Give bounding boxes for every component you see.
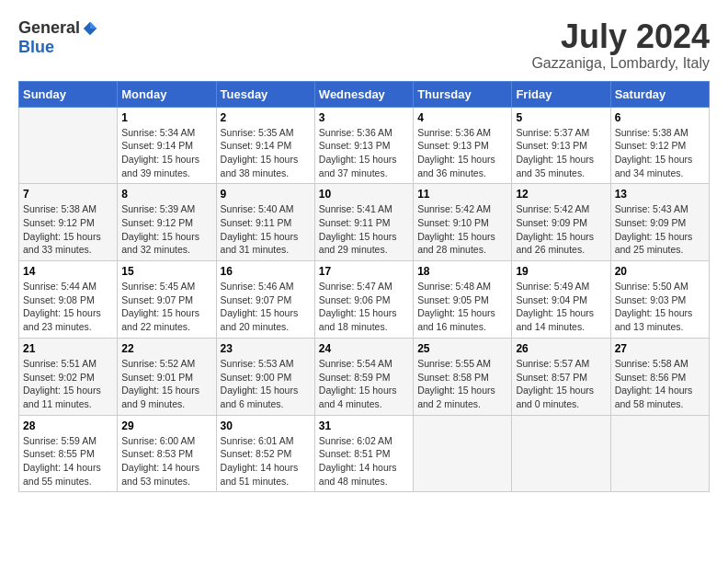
cell-info: Sunrise: 5:40 AM Sunset: 9:11 PM Dayligh…	[221, 202, 311, 257]
day-number: 16	[221, 265, 311, 278]
calendar-cell: 2Sunrise: 5:35 AM Sunset: 9:14 PM Daylig…	[216, 107, 314, 184]
calendar-cell: 22Sunrise: 5:52 AM Sunset: 9:01 PM Dayli…	[118, 338, 216, 415]
calendar-cell: 1Sunrise: 5:34 AM Sunset: 9:14 PM Daylig…	[118, 107, 216, 184]
calendar-cell: 15Sunrise: 5:45 AM Sunset: 9:07 PM Dayli…	[118, 261, 216, 339]
day-number: 18	[417, 265, 507, 278]
calendar-cell: 7Sunrise: 5:38 AM Sunset: 9:12 PM Daylig…	[19, 184, 118, 261]
day-number: 7	[23, 188, 113, 201]
cell-info: Sunrise: 5:38 AM Sunset: 9:12 PM Dayligh…	[23, 202, 113, 257]
calendar-cell: 8Sunrise: 5:39 AM Sunset: 9:12 PM Daylig…	[118, 184, 216, 261]
calendar-cell: 13Sunrise: 5:43 AM Sunset: 9:09 PM Dayli…	[610, 184, 709, 261]
day-number: 29	[121, 419, 211, 432]
calendar-cell: 25Sunrise: 5:55 AM Sunset: 8:58 PM Dayli…	[414, 338, 512, 415]
column-header-thursday: Thursday	[414, 81, 512, 107]
calendar-cell: 6Sunrise: 5:38 AM Sunset: 9:12 PM Daylig…	[610, 107, 709, 184]
column-header-sunday: Sunday	[19, 81, 118, 107]
calendar-cell: 24Sunrise: 5:54 AM Sunset: 8:59 PM Dayli…	[314, 338, 413, 415]
page-header: General Blue July 2024 Gazzaniga, Lombar…	[18, 18, 710, 72]
day-number: 11	[417, 188, 507, 201]
day-number: 25	[417, 342, 507, 355]
svg-marker-1	[90, 21, 97, 28]
cell-info: Sunrise: 5:37 AM Sunset: 9:13 PM Dayligh…	[516, 126, 606, 180]
day-number: 31	[319, 419, 409, 432]
calendar-cell: 11Sunrise: 5:42 AM Sunset: 9:10 PM Dayli…	[414, 184, 512, 261]
cell-info: Sunrise: 5:51 AM Sunset: 9:02 PM Dayligh…	[23, 357, 113, 411]
day-number: 30	[221, 419, 311, 432]
week-row-3: 14Sunrise: 5:44 AM Sunset: 9:08 PM Dayli…	[19, 261, 710, 339]
day-number: 4	[417, 111, 507, 124]
column-header-wednesday: Wednesday	[314, 81, 413, 107]
calendar-cell: 17Sunrise: 5:47 AM Sunset: 9:06 PM Dayli…	[314, 261, 413, 339]
cell-info: Sunrise: 5:34 AM Sunset: 9:14 PM Dayligh…	[121, 126, 211, 180]
cell-info: Sunrise: 5:55 AM Sunset: 8:58 PM Dayligh…	[417, 357, 507, 411]
day-number: 28	[23, 419, 113, 432]
day-number: 20	[615, 265, 705, 278]
calendar-cell: 26Sunrise: 5:57 AM Sunset: 8:57 PM Dayli…	[512, 338, 610, 415]
cell-info: Sunrise: 5:44 AM Sunset: 9:08 PM Dayligh…	[23, 280, 113, 334]
cell-info: Sunrise: 6:00 AM Sunset: 8:53 PM Dayligh…	[121, 434, 211, 488]
calendar-cell: 27Sunrise: 5:58 AM Sunset: 8:56 PM Dayli…	[610, 338, 709, 415]
cell-info: Sunrise: 5:48 AM Sunset: 9:05 PM Dayligh…	[417, 280, 507, 334]
logo-general-text: General	[18, 18, 80, 38]
day-number: 26	[516, 342, 606, 355]
week-row-5: 28Sunrise: 5:59 AM Sunset: 8:55 PM Dayli…	[19, 415, 710, 492]
calendar-cell	[610, 415, 709, 492]
cell-info: Sunrise: 5:45 AM Sunset: 9:07 PM Dayligh…	[121, 280, 211, 334]
day-number: 10	[319, 188, 409, 201]
calendar-cell: 3Sunrise: 5:36 AM Sunset: 9:13 PM Daylig…	[314, 107, 413, 184]
calendar-cell: 4Sunrise: 5:36 AM Sunset: 9:13 PM Daylig…	[414, 107, 512, 184]
cell-info: Sunrise: 6:01 AM Sunset: 8:52 PM Dayligh…	[221, 434, 311, 488]
calendar-cell	[19, 107, 118, 184]
calendar-cell: 28Sunrise: 5:59 AM Sunset: 8:55 PM Dayli…	[19, 415, 118, 492]
day-number: 5	[516, 111, 606, 124]
column-header-monday: Monday	[118, 81, 216, 107]
cell-info: Sunrise: 5:47 AM Sunset: 9:06 PM Dayligh…	[319, 280, 409, 334]
calendar-cell: 9Sunrise: 5:40 AM Sunset: 9:11 PM Daylig…	[216, 184, 314, 261]
calendar-cell: 29Sunrise: 6:00 AM Sunset: 8:53 PM Dayli…	[118, 415, 216, 492]
calendar-cell: 31Sunrise: 6:02 AM Sunset: 8:51 PM Dayli…	[314, 415, 413, 492]
cell-info: Sunrise: 5:54 AM Sunset: 8:59 PM Dayligh…	[319, 357, 409, 411]
header-row: SundayMondayTuesdayWednesdayThursdayFrid…	[19, 81, 710, 107]
calendar-cell: 19Sunrise: 5:49 AM Sunset: 9:04 PM Dayli…	[512, 261, 610, 339]
month-title: July 2024	[531, 18, 710, 55]
calendar-cell: 10Sunrise: 5:41 AM Sunset: 9:11 PM Dayli…	[314, 184, 413, 261]
calendar-cell: 23Sunrise: 5:53 AM Sunset: 9:00 PM Dayli…	[216, 338, 314, 415]
cell-info: Sunrise: 5:53 AM Sunset: 9:00 PM Dayligh…	[221, 357, 311, 411]
calendar-cell: 14Sunrise: 5:44 AM Sunset: 9:08 PM Dayli…	[19, 261, 118, 339]
cell-info: Sunrise: 5:42 AM Sunset: 9:10 PM Dayligh…	[417, 202, 507, 257]
day-number: 13	[615, 188, 705, 201]
day-number: 6	[615, 111, 705, 124]
logo: General Blue	[18, 18, 98, 57]
day-number: 23	[221, 342, 311, 355]
cell-info: Sunrise: 5:46 AM Sunset: 9:07 PM Dayligh…	[221, 280, 311, 334]
day-number: 24	[319, 342, 409, 355]
day-number: 27	[615, 342, 705, 355]
cell-info: Sunrise: 5:39 AM Sunset: 9:12 PM Dayligh…	[121, 202, 211, 257]
week-row-1: 1Sunrise: 5:34 AM Sunset: 9:14 PM Daylig…	[19, 107, 710, 184]
cell-info: Sunrise: 5:36 AM Sunset: 9:13 PM Dayligh…	[417, 126, 507, 180]
calendar-cell: 30Sunrise: 6:01 AM Sunset: 8:52 PM Dayli…	[216, 415, 314, 492]
column-header-saturday: Saturday	[610, 81, 709, 107]
calendar-cell	[414, 415, 512, 492]
calendar-cell	[512, 415, 610, 492]
calendar-cell: 16Sunrise: 5:46 AM Sunset: 9:07 PM Dayli…	[216, 261, 314, 339]
location: Gazzaniga, Lombardy, Italy	[531, 55, 710, 72]
day-number: 12	[516, 188, 606, 201]
day-number: 19	[516, 265, 606, 278]
cell-info: Sunrise: 6:02 AM Sunset: 8:51 PM Dayligh…	[319, 434, 409, 488]
column-header-tuesday: Tuesday	[216, 81, 314, 107]
calendar-cell: 18Sunrise: 5:48 AM Sunset: 9:05 PM Dayli…	[414, 261, 512, 339]
calendar-cell: 20Sunrise: 5:50 AM Sunset: 9:03 PM Dayli…	[610, 261, 709, 339]
calendar-cell: 5Sunrise: 5:37 AM Sunset: 9:13 PM Daylig…	[512, 107, 610, 184]
cell-info: Sunrise: 5:59 AM Sunset: 8:55 PM Dayligh…	[23, 434, 113, 488]
week-row-2: 7Sunrise: 5:38 AM Sunset: 9:12 PM Daylig…	[19, 184, 710, 261]
calendar-cell: 12Sunrise: 5:42 AM Sunset: 9:09 PM Dayli…	[512, 184, 610, 261]
day-number: 21	[23, 342, 113, 355]
day-number: 1	[121, 111, 211, 124]
cell-info: Sunrise: 5:43 AM Sunset: 9:09 PM Dayligh…	[615, 202, 705, 257]
day-number: 17	[319, 265, 409, 278]
day-number: 3	[319, 111, 409, 124]
cell-info: Sunrise: 5:58 AM Sunset: 8:56 PM Dayligh…	[615, 357, 705, 411]
logo-blue-text: Blue	[18, 38, 54, 57]
cell-info: Sunrise: 5:38 AM Sunset: 9:12 PM Dayligh…	[615, 126, 705, 180]
